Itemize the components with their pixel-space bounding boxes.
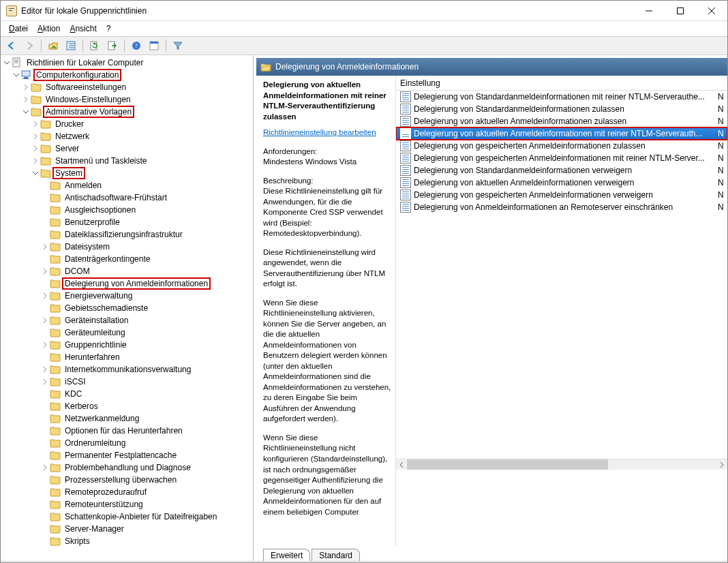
policy-item[interactable]: Delegierung von Anmeldeinformationen an …: [396, 201, 727, 213]
tree-item[interactable]: Energieverwaltung: [2, 290, 253, 302]
settings-list[interactable]: Einstellung Delegierung von Standardanme…: [396, 76, 727, 546]
tree-item[interactable]: Prozesserstellung überwachen: [2, 474, 253, 486]
tab-extended[interactable]: Erweitert: [263, 549, 310, 561]
expand-toggle[interactable]: [21, 96, 31, 103]
tree-item[interactable]: Schattenkopie-Anbieter für Dateifreigabe…: [2, 511, 253, 523]
svg-rect-18: [22, 71, 30, 76]
help-button[interactable]: ?: [128, 38, 145, 53]
forward-button[interactable]: [21, 38, 37, 53]
tab-standard[interactable]: Standard: [312, 549, 360, 561]
maximize-button[interactable]: [665, 1, 696, 21]
tree-item[interactable]: Softwareeinstellungen: [2, 81, 253, 93]
back-button[interactable]: [3, 38, 20, 53]
tree-item[interactable]: Remoteprozeduraufruf: [2, 486, 253, 498]
up-button[interactable]: [45, 38, 61, 53]
tree-item[interactable]: Ordnerumleitung: [2, 437, 253, 449]
tree-item[interactable]: Richtlinien für Lokaler Computer: [2, 57, 253, 69]
tree-item[interactable]: Gruppenrichtlinie: [2, 339, 253, 351]
detail-header-title: Delegierung von Anmeldeinformationen: [275, 62, 419, 72]
show-list-button[interactable]: [63, 38, 79, 53]
tree-item[interactable]: Administrative Vorlagen: [2, 106, 253, 118]
tree-item[interactable]: Anmelden: [2, 179, 253, 192]
tree-item[interactable]: Benutzerprofile: [2, 216, 253, 228]
expand-toggle[interactable]: [40, 292, 50, 299]
export-button[interactable]: [104, 38, 121, 53]
tree-item[interactable]: System: [2, 167, 253, 179]
tree-item[interactable]: Startmenü und Taskleiste: [2, 155, 253, 167]
tree-item[interactable]: Gebietsschemadienste: [2, 302, 253, 314]
menu-help[interactable]: ?: [102, 22, 115, 35]
expand-toggle[interactable]: [40, 243, 50, 250]
tree-item[interactable]: Herunterfahren: [2, 351, 253, 363]
policy-item[interactable]: Delegierung von Standardanmeldeinformati…: [396, 103, 727, 115]
tree-item[interactable]: Skripts: [2, 535, 253, 547]
expand-toggle[interactable]: [21, 108, 31, 115]
filter-button[interactable]: [170, 38, 186, 53]
scroll-left-button[interactable]: [396, 459, 407, 470]
tree-item[interactable]: Ausgleichsoptionen: [2, 204, 253, 216]
tree-pane[interactable]: Richtlinien für Lokaler ComputerComputer…: [1, 55, 254, 561]
menu-view[interactable]: Ansicht: [65, 22, 100, 35]
scroll-right-button[interactable]: [716, 459, 727, 470]
tree-item[interactable]: Remoteunterstützung: [2, 498, 253, 511]
refresh-button[interactable]: [87, 38, 103, 53]
tree-item[interactable]: Delegierung von Anmeldeinformationen: [2, 277, 253, 290]
tree-item-label: Computerkonfiguration: [33, 69, 121, 81]
policy-item[interactable]: Delegierung von aktuellen Anmeldeinforma…: [396, 127, 727, 140]
tree-item[interactable]: Datenträgerkontingente: [2, 253, 253, 265]
expand-toggle[interactable]: [31, 145, 40, 152]
folder-icon: [50, 204, 61, 215]
tree-item[interactable]: Windows-Einstellungen: [2, 93, 253, 106]
tree-item[interactable]: Drucker: [2, 118, 253, 130]
policy-item[interactable]: Delegierung von gespeicherten Anmeldeinf…: [396, 152, 727, 164]
expand-toggle[interactable]: [12, 72, 21, 78]
close-button[interactable]: [696, 1, 727, 21]
policy-item[interactable]: Delegierung von aktuellen Anmeldeinforma…: [396, 177, 727, 189]
policy-item[interactable]: Delegierung von gespeicherten Anmeldeinf…: [396, 189, 727, 201]
tree-item[interactable]: Optionen für das Herunterfahren: [2, 425, 253, 437]
tree-item[interactable]: KDC: [2, 388, 253, 400]
expand-toggle[interactable]: [40, 317, 50, 324]
expand-toggle[interactable]: [31, 121, 40, 127]
policy-item[interactable]: Delegierung von aktuellen Anmeldeinforma…: [396, 115, 727, 127]
tree-item[interactable]: Geräteinstallation: [2, 314, 253, 326]
scroll-thumb[interactable]: [407, 459, 608, 470]
menu-action[interactable]: Aktion: [33, 22, 64, 35]
expand-toggle[interactable]: [31, 157, 40, 164]
tree-item[interactable]: DCOM: [2, 265, 253, 277]
policy-item[interactable]: Delegierung von Standardanmeldeinformati…: [396, 91, 727, 103]
column-setting[interactable]: Einstellung: [400, 78, 723, 88]
expand-toggle[interactable]: [40, 464, 50, 471]
tree-item-label: Remoteunterstützung: [63, 500, 145, 509]
edit-policy-link[interactable]: Richtlinieneinstellung bearbeiten: [263, 128, 376, 136]
expand-toggle[interactable]: [2, 59, 12, 66]
expand-toggle[interactable]: [40, 268, 50, 275]
minimize-button[interactable]: [633, 1, 665, 21]
menu-file[interactable]: DDateiatei: [5, 22, 32, 35]
horizontal-scrollbar[interactable]: [396, 459, 727, 470]
tree-item[interactable]: Internetkommunikationsverwaltung: [2, 363, 253, 376]
tree-item[interactable]: Kerberos: [2, 400, 253, 412]
tree-item[interactable]: Permanenter Festplattencache: [2, 449, 253, 461]
tree-item[interactable]: iSCSI: [2, 376, 253, 388]
expand-toggle[interactable]: [31, 133, 40, 140]
policy-item[interactable]: Delegierung von gespeicherten Anmeldeinf…: [396, 140, 727, 152]
tree-item[interactable]: Problembehandlung und Diagnose: [2, 461, 253, 474]
tree-item[interactable]: Dateisystem: [2, 241, 253, 253]
list-header[interactable]: Einstellung: [396, 76, 727, 91]
expand-toggle[interactable]: [21, 84, 31, 91]
tree-item[interactable]: Dateiklassifizierungsinfrastruktur: [2, 228, 253, 241]
expand-toggle[interactable]: [40, 341, 50, 348]
tree-item[interactable]: Netzwerkanmeldung: [2, 412, 253, 425]
properties-button[interactable]: [146, 38, 162, 53]
tree-item[interactable]: Geräteumleitung: [2, 326, 253, 339]
policy-item[interactable]: Delegierung von Standardanmeldeinformati…: [396, 164, 727, 177]
expand-toggle[interactable]: [40, 378, 50, 385]
tree-item[interactable]: Server-Manager: [2, 523, 253, 535]
tree-item[interactable]: Netzwerk: [2, 130, 253, 142]
expand-toggle[interactable]: [40, 366, 50, 373]
tree-item[interactable]: Server: [2, 142, 253, 155]
tree-item[interactable]: Computerkonfiguration: [2, 69, 253, 81]
expand-toggle[interactable]: [31, 170, 40, 177]
tree-item[interactable]: Antischadsoftware-Frühstart: [2, 192, 253, 204]
